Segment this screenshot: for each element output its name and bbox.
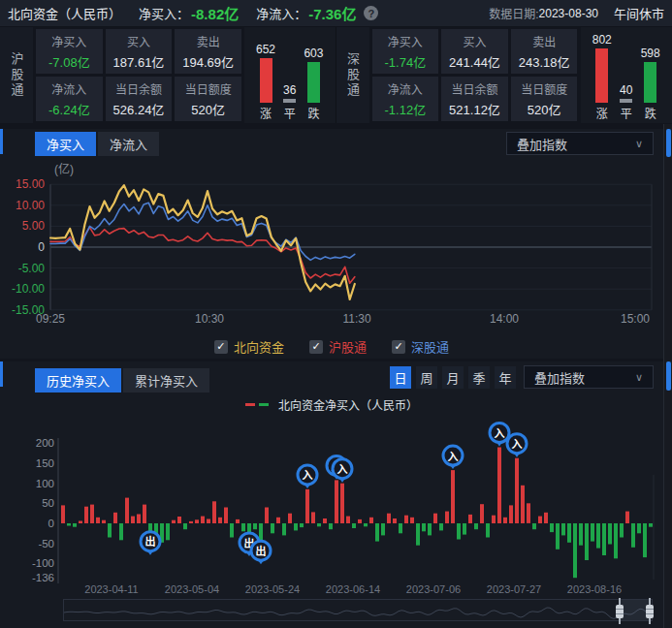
svg-text:2023-07-06: 2023-07-06 [406, 583, 461, 595]
stat-cell: 净流入-1.12亿 [372, 77, 439, 121]
svg-text:-5.00: -5.00 [18, 262, 46, 275]
stat-cell: 当日额度520亿 [511, 77, 578, 121]
stat-cell: 当日余额521.12亿 [441, 77, 508, 121]
period-switcher: 日 周 月 季 年 [390, 366, 516, 389]
hugutong-label: 沪股通 [0, 27, 33, 123]
intraday-tabs: 净买入 净流入 [35, 132, 159, 156]
svg-text:2023-07-27: 2023-07-27 [487, 583, 541, 595]
page-title: 北向资金（人民币） [8, 4, 121, 22]
svg-text:15:00: 15:00 [621, 312, 650, 326]
svg-text:150: 150 [36, 457, 54, 469]
svg-text:100: 100 [36, 478, 54, 489]
net-buy-label: 净买入： [139, 4, 189, 22]
svg-text:2023-08-16: 2023-08-16 [567, 583, 622, 595]
svg-text:-136: -136 [32, 572, 54, 583]
top-bar: 北向资金（人民币） 净买入： -8.82亿 净流入： -7.36亿 ? 数据日期… [0, 0, 672, 27]
svg-text:09:25: 09:25 [36, 312, 65, 326]
history-section: 历史净买入 累计净买入 日 周 月 季 年 叠加指数 ∨ 北向资金净买入（人民币… [0, 361, 663, 628]
scrollbar-thumb[interactable] [666, 361, 671, 391]
svg-text:50: 50 [42, 497, 54, 509]
stat-cell: 卖出243.18亿 [511, 29, 578, 74]
stat-cell: 当日余额526.24亿 [106, 77, 173, 121]
shengutong-cells: 净买入-1.74亿 买入241.44亿 卖出243.18亿 净流入-1.12亿 … [369, 27, 581, 123]
legend-item-hugutong[interactable]: ✓ 沪股通 [309, 337, 367, 356]
net-inflow-label: 净流入： [256, 4, 306, 22]
right-scrollbar-track[interactable] [663, 124, 672, 628]
down-count-bar [644, 62, 656, 103]
svg-text:入: 入 [512, 438, 523, 450]
data-date-value: 2023-08-30 [539, 7, 598, 20]
period-year-button[interactable]: 年 [495, 366, 516, 389]
hugutong-updown-bars: 652涨 36平 603跌 [244, 27, 336, 123]
checkbox-checked-icon[interactable]: ✓ [214, 340, 228, 354]
shengutong-label: 深股通 [336, 27, 369, 123]
svg-text:-100: -100 [32, 557, 54, 569]
stat-cell: 买入241.44亿 [441, 29, 508, 74]
scrollbar-thumb[interactable] [666, 129, 671, 157]
overlay-index-dropdown[interactable]: 叠加指数 ∨ [506, 132, 654, 155]
panel-shengutong: 深股通 净买入-1.74亿 买入241.44亿 卖出243.18亿 净流入-1.… [336, 27, 672, 123]
tab-net-buy[interactable]: 净买入 [35, 132, 96, 156]
net-buy-value: -8.82亿 [191, 3, 239, 23]
intraday-legend: ✓ 北向资金 ✓ 沪股通 ✓ 深股通 [0, 337, 663, 356]
panel-hugutong: 沪股通 净买入-7.08亿 买入187.61亿 卖出194.69亿 净流入-6.… [0, 27, 336, 123]
section-accent-bar [0, 361, 3, 387]
flat-count-bar [620, 99, 632, 103]
svg-text:2023-04-11: 2023-04-11 [84, 583, 138, 595]
period-day-button[interactable]: 日 [390, 366, 411, 389]
checkbox-checked-icon[interactable]: ✓ [392, 340, 405, 354]
tab-cumulative-net-buy[interactable]: 累计净买入 [123, 368, 209, 392]
legend-item-beixiang[interactable]: ✓ 北向资金 [214, 337, 284, 356]
svg-text:2023-05-04: 2023-05-04 [165, 583, 219, 595]
shengutong-updown-bars: 802涨 40平 598跌 [581, 27, 672, 123]
red-dash-icon [245, 403, 255, 406]
stat-cell: 净买入-7.08亿 [36, 29, 103, 74]
svg-text:0: 0 [38, 240, 45, 254]
chevron-down-icon: ∨ [635, 371, 643, 384]
tab-history-net-buy[interactable]: 历史净买入 [35, 368, 121, 392]
stat-cell: 买入187.61亿 [106, 29, 173, 74]
data-date-label: 数据日期: [489, 5, 538, 21]
datazoom-left-handle[interactable] [613, 598, 626, 624]
svg-text:入: 入 [303, 469, 313, 481]
svg-text:-50: -50 [38, 538, 54, 550]
chevron-down-icon: ∨ [635, 138, 643, 150]
checkbox-checked-icon[interactable]: ✓ [309, 340, 323, 354]
period-week-button[interactable]: 周 [416, 366, 437, 389]
help-icon[interactable]: ? [364, 6, 378, 20]
stat-cell: 净买入-1.74亿 [372, 29, 439, 74]
svg-text:0: 0 [48, 518, 54, 529]
svg-text:15.00: 15.00 [16, 177, 45, 191]
stat-cell: 卖出194.69亿 [175, 29, 241, 74]
flat-count-bar [283, 99, 296, 103]
svg-text:5.00: 5.00 [22, 219, 46, 233]
datazoom-right-handle[interactable] [643, 598, 656, 624]
period-month-button[interactable]: 月 [442, 366, 464, 389]
period-quarter-button[interactable]: 季 [468, 366, 490, 389]
history-tabs: 历史净买入 累计净买入 [35, 368, 209, 392]
hugutong-cells: 净买入-7.08亿 买入187.61亿 卖出194.69亿 净流入-6.24亿 … [33, 27, 244, 123]
svg-text:入: 入 [448, 451, 459, 462]
connect-stats: 沪股通 净买入-7.08亿 买入187.61亿 卖出194.69亿 净流入-6.… [0, 27, 672, 123]
market-status: 午间休市 [614, 4, 664, 22]
intraday-line-chart: 15.0010.005.000-5.00-10.00-15.0009:2510:… [0, 155, 663, 334]
svg-text:10:30: 10:30 [195, 312, 224, 326]
svg-text:14:00: 14:00 [490, 312, 519, 326]
datazoom-slider[interactable] [63, 599, 653, 621]
datazoom-preview [64, 600, 652, 620]
svg-text:11:30: 11:30 [342, 312, 370, 326]
up-count-bar [595, 48, 608, 103]
svg-text:出: 出 [256, 545, 267, 557]
svg-text:2023-06-14: 2023-06-14 [326, 583, 380, 595]
svg-text:-10.00: -10.00 [12, 282, 45, 296]
down-count-bar [307, 62, 320, 103]
stat-cell: 净流入-6.24亿 [36, 77, 103, 121]
svg-text:入: 入 [337, 463, 348, 475]
tab-net-inflow[interactable]: 净流入 [98, 132, 159, 156]
intraday-section: 净买入 净流入 叠加指数 ∨ (亿) 15.0010.005.000-5.00-… [0, 129, 663, 359]
svg-text:入: 入 [495, 427, 505, 439]
legend-item-shengutong[interactable]: ✓ 深股通 [392, 337, 449, 356]
net-inflow-value: -7.36亿 [308, 3, 356, 23]
history-legend-label: 北向资金净买入（人民币） [278, 396, 418, 413]
overlay-index-dropdown[interactable]: 叠加指数 ∨ [524, 365, 654, 389]
